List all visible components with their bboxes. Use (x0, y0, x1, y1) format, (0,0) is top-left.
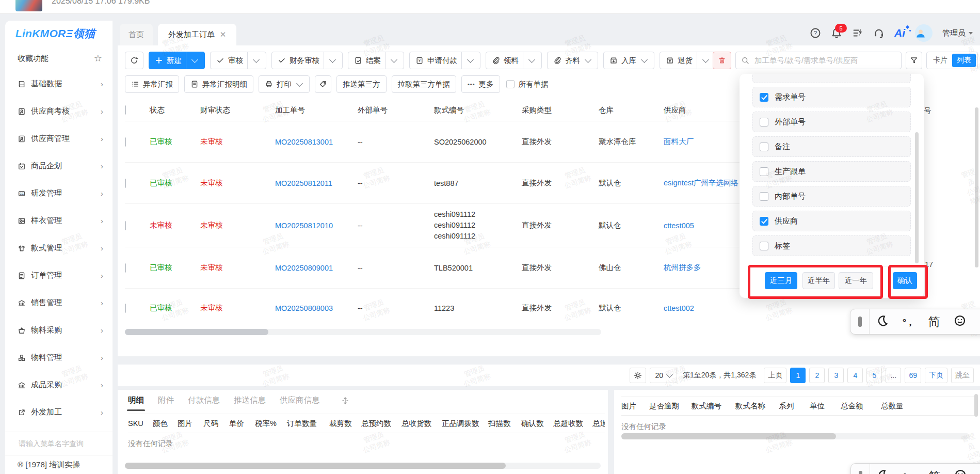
supplier-link[interactable]: esigntest广州辛选网络 (664, 179, 738, 187)
filter-option[interactable]: 供应商 (752, 211, 911, 231)
sidebar-item-outsourcing[interactable]: 外发加工› (5, 399, 113, 426)
pull-third-party-button[interactable]: 拉取第三方单据 (392, 75, 457, 93)
vertical-scrollbar-thumb[interactable] (974, 394, 978, 417)
prev-page-button[interactable]: 上页 (764, 368, 786, 383)
tab-push-info[interactable]: 推送信息 (234, 395, 266, 406)
sidebar-item-style-mgmt[interactable]: 款式管理› (5, 234, 113, 262)
filter-button[interactable] (906, 52, 922, 69)
refresh-button[interactable] (125, 52, 143, 69)
all-orders-checkbox-row[interactable]: 所有单据 (505, 75, 550, 93)
ai-assistant-icon[interactable]: Ai (894, 27, 905, 39)
checkbox[interactable] (760, 93, 768, 102)
abnormal-report-detail-button[interactable]: 异常汇报明细 (184, 75, 253, 93)
tab-detail[interactable]: 明细 (128, 395, 144, 406)
sidebar-item-finished-purchase[interactable]: 成品采购› (5, 371, 113, 399)
quick-actions-icon[interactable] (852, 27, 863, 39)
dark-mode-icon[interactable] (870, 469, 896, 474)
range-3-months-button[interactable]: 近三月 (765, 272, 797, 289)
row-checkbox[interactable] (125, 137, 126, 147)
chevron-down-icon[interactable] (527, 59, 536, 62)
tab-supplier-info[interactable]: 供应商信息 (280, 395, 320, 406)
page-button[interactable]: 69 (905, 368, 921, 383)
row-checkbox[interactable] (125, 304, 126, 313)
mo-link[interactable]: MO20250809001 (275, 264, 333, 272)
range-6-months-button[interactable]: 近半年 (802, 272, 835, 289)
page-ellipsis[interactable]: ... (886, 368, 901, 383)
select-all-checkbox[interactable] (125, 105, 126, 115)
menu-search-input[interactable] (18, 439, 100, 448)
filter-option[interactable]: 标签 (752, 235, 911, 256)
sidebar-item-sample-mgmt[interactable]: 样衣管理› (5, 207, 113, 234)
pick-material-button[interactable]: 领料 (486, 52, 542, 69)
table-row[interactable]: 已审核 未审核 MO20250808003 -- 11223 直接外发 默认仓 … (125, 289, 761, 328)
delete-button[interactable] (713, 52, 731, 69)
page-button[interactable]: 1 (790, 368, 806, 383)
col-external-no[interactable]: 外部单号 (358, 99, 434, 121)
horizontal-scrollbar-thumb[interactable] (125, 463, 506, 469)
tab-payment-info[interactable]: 付款信息 (188, 395, 220, 406)
punctuation-icon[interactable]: °， (895, 317, 921, 327)
checkbox[interactable] (760, 242, 768, 250)
sidebar-item-supplier-review[interactable]: 供应商考核› (5, 98, 113, 125)
ime-drag-handle[interactable] (850, 309, 870, 334)
filter-option[interactable]: 外部单号 (752, 112, 911, 132)
sidebar-item-sales-mgmt[interactable]: 销售管理› (5, 289, 113, 317)
sidebar-item-product-planning[interactable]: 商品企划› (5, 152, 113, 180)
filter-option[interactable]: 需求单号 (752, 87, 911, 107)
chevron-down-icon[interactable] (190, 59, 199, 62)
user-menu[interactable]: 管理员 (942, 28, 973, 38)
audit-button[interactable]: 审核 (210, 52, 266, 69)
sidebar-item-material-purchase[interactable]: 物料采购› (5, 317, 113, 344)
confirm-button[interactable]: 确认 (893, 272, 917, 289)
sidebar-item-favorites[interactable]: 收藏功能 ☆ (5, 46, 113, 70)
mo-link[interactable]: MO20250812011 (275, 179, 332, 187)
table-row[interactable]: 已审核 未审核 MO20250809001 -- TLB520001 直接外发 … (125, 247, 761, 289)
notification-bell-icon[interactable]: 5 (831, 27, 842, 39)
col-style-no[interactable]: 款式编号 (434, 99, 522, 121)
mo-link[interactable]: MO20250812010 (275, 222, 333, 230)
sidebar-item-base-data[interactable]: 基础数据› (5, 70, 113, 98)
view-list-button[interactable]: 列表 (952, 54, 976, 67)
all-orders-checkbox[interactable] (506, 80, 515, 88)
help-icon[interactable]: ? (810, 27, 821, 39)
chevron-down-icon[interactable] (640, 59, 648, 62)
filter-option[interactable]: 生产跟单 (752, 161, 911, 182)
col-purchase-type[interactable]: 采购类型 (522, 99, 599, 121)
sidebar-item-material-mgmt[interactable]: 物料管理› (5, 344, 113, 371)
sidebar-item-rd-mgmt[interactable]: CC 研发管理› (5, 180, 113, 207)
punctuation-icon[interactable]: °， (896, 471, 922, 474)
table-row[interactable]: 已审核 未审核 MO20250813001 -- SO2025062000 直接… (125, 121, 761, 163)
return-goods-button[interactable]: 退货 (660, 52, 716, 69)
print-button[interactable]: 打印 (259, 75, 310, 93)
supplier-link[interactable]: cttest005 (664, 222, 694, 230)
view-card-button[interactable]: 卡片 (928, 56, 952, 65)
supplier-link[interactable]: 面料大厂 (664, 137, 694, 146)
ime-settings-icon[interactable] (973, 469, 980, 474)
vertical-scrollbar-thumb[interactable] (975, 107, 978, 267)
row-checkbox[interactable] (125, 179, 126, 188)
push-third-party-button[interactable]: 推送第三方 (336, 75, 387, 93)
ime-drag-handle[interactable] (851, 464, 870, 474)
emoji-icon[interactable] (947, 314, 973, 329)
screenshot-thumbnail[interactable] (15, 0, 42, 11)
close-tab-icon[interactable]: ✕ (220, 30, 227, 39)
filter-option[interactable]: 内部单号 (752, 186, 911, 207)
ime-settings-icon[interactable] (973, 314, 980, 329)
chevron-down-icon[interactable] (466, 59, 474, 62)
page-size-select[interactable]: 20 (650, 368, 677, 383)
ready-material-button[interactable]: 齐料 (547, 52, 598, 69)
jump-to-button[interactable]: 跳至 (951, 368, 974, 383)
sidebar-item-order-mgmt[interactable]: 订单管理› (5, 262, 113, 289)
page-button[interactable]: 2 (809, 368, 825, 383)
tab-outsourcing-order[interactable]: 外发加工订单 ✕ (158, 24, 236, 45)
simplified-chinese-icon[interactable]: 简 (922, 470, 947, 474)
horizontal-scrollbar-thumb[interactable] (621, 433, 836, 439)
simplified-chinese-icon[interactable]: 简 (921, 316, 947, 328)
order-search[interactable] (735, 52, 902, 69)
customer-service-icon[interactable] (873, 27, 885, 39)
chevron-down-icon[interactable] (252, 59, 260, 62)
chevron-down-icon[interactable] (390, 59, 398, 62)
checkbox[interactable] (760, 118, 768, 127)
abnormal-report-button[interactable]: 异常汇报 (125, 75, 179, 93)
next-page-button[interactable]: 下页 (925, 368, 947, 383)
